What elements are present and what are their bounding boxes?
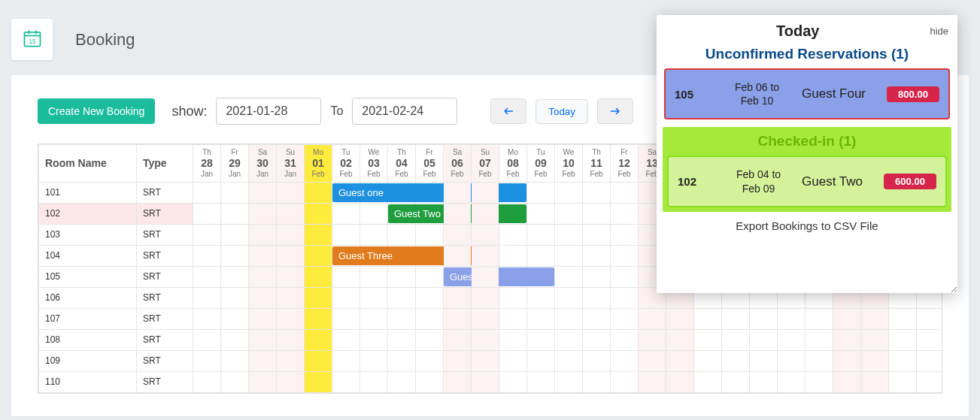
day-cell[interactable] xyxy=(193,287,221,308)
day-cell[interactable] xyxy=(499,245,527,266)
day-cell[interactable] xyxy=(249,203,277,224)
day-cell[interactable] xyxy=(221,203,249,224)
day-cell[interactable] xyxy=(360,308,388,329)
day-cell[interactable] xyxy=(277,329,305,350)
day-cell[interactable] xyxy=(527,182,555,203)
day-cell[interactable] xyxy=(305,224,332,245)
day-cell[interactable] xyxy=(527,350,555,371)
day-cell[interactable] xyxy=(555,371,583,392)
day-cell[interactable] xyxy=(249,266,277,287)
day-cell[interactable] xyxy=(472,329,499,350)
day-cell[interactable] xyxy=(444,245,472,266)
day-cell[interactable] xyxy=(861,350,889,371)
day-cell[interactable] xyxy=(332,308,360,329)
day-cell[interactable] xyxy=(444,287,472,308)
room-name-cell[interactable]: 103 xyxy=(39,224,137,245)
day-cell[interactable] xyxy=(249,224,277,245)
day-cell[interactable] xyxy=(221,329,249,350)
day-cell[interactable] xyxy=(249,371,277,392)
day-cell[interactable] xyxy=(277,287,305,308)
today-panel[interactable]: Today hide Unconfirmed Reservations (1) … xyxy=(657,15,957,293)
day-cell[interactable] xyxy=(778,308,806,329)
day-cell[interactable] xyxy=(666,308,694,329)
day-cell[interactable] xyxy=(249,329,277,350)
day-cell[interactable] xyxy=(332,329,360,350)
day-cell[interactable] xyxy=(472,308,499,329)
day-cell[interactable] xyxy=(778,371,806,392)
day-cell[interactable] xyxy=(666,371,694,392)
day-cell[interactable] xyxy=(332,224,360,245)
day-cell[interactable] xyxy=(555,266,583,287)
day-cell[interactable] xyxy=(833,371,861,392)
day-cell[interactable] xyxy=(917,350,943,371)
day-cell[interactable] xyxy=(472,287,499,308)
room-name-cell[interactable]: 104 xyxy=(39,245,137,266)
day-cell[interactable] xyxy=(611,371,639,392)
day-cell[interactable] xyxy=(555,287,583,308)
day-cell[interactable] xyxy=(666,350,694,371)
day-cell[interactable] xyxy=(472,371,499,392)
day-cell[interactable] xyxy=(444,203,472,224)
day-cell[interactable] xyxy=(277,245,305,266)
day-cell[interactable] xyxy=(444,308,472,329)
day-cell[interactable] xyxy=(416,245,444,266)
day-cell[interactable] xyxy=(889,371,917,392)
day-cell[interactable] xyxy=(305,266,332,287)
day-cell[interactable] xyxy=(221,224,249,245)
room-name-cell[interactable]: 106 xyxy=(39,287,137,308)
day-cell[interactable] xyxy=(305,371,332,392)
day-cell[interactable] xyxy=(555,245,583,266)
day-cell[interactable] xyxy=(722,350,750,371)
day-cell[interactable] xyxy=(499,266,527,287)
day-cell[interactable] xyxy=(360,182,388,203)
day-cell[interactable] xyxy=(889,350,917,371)
day-cell[interactable] xyxy=(583,203,611,224)
day-cell[interactable] xyxy=(833,329,861,350)
day-cell[interactable] xyxy=(332,203,360,224)
day-cell[interactable] xyxy=(861,329,889,350)
day-cell[interactable] xyxy=(499,287,527,308)
day-cell[interactable] xyxy=(221,266,249,287)
day-cell[interactable] xyxy=(388,224,416,245)
day-cell[interactable] xyxy=(388,329,416,350)
day-cell[interactable] xyxy=(249,350,277,371)
day-cell[interactable] xyxy=(750,350,778,371)
day-cell[interactable] xyxy=(249,287,277,308)
day-cell[interactable] xyxy=(472,266,499,287)
day-cell[interactable] xyxy=(611,266,639,287)
room-name-cell[interactable]: 105 xyxy=(39,266,137,287)
day-cell[interactable] xyxy=(305,182,332,203)
day-cell[interactable] xyxy=(611,224,639,245)
day-cell[interactable] xyxy=(555,329,583,350)
day-cell[interactable] xyxy=(277,182,305,203)
day-cell[interactable] xyxy=(360,224,388,245)
date-to-input[interactable] xyxy=(352,98,457,125)
day-cell[interactable] xyxy=(861,308,889,329)
day-cell[interactable] xyxy=(444,371,472,392)
day-cell[interactable] xyxy=(277,371,305,392)
day-cell[interactable] xyxy=(806,329,833,350)
day-cell[interactable] xyxy=(611,350,639,371)
day-cell[interactable] xyxy=(527,245,555,266)
room-name-cell[interactable]: 108 xyxy=(39,329,137,350)
next-button[interactable] xyxy=(597,98,633,124)
reservation-card[interactable]: 102Feb 04 toFeb 09Guest Two600.00 xyxy=(667,156,947,207)
day-cell[interactable] xyxy=(694,308,722,329)
day-cell[interactable] xyxy=(193,224,221,245)
day-cell[interactable] xyxy=(666,329,694,350)
day-cell[interactable] xyxy=(583,224,611,245)
day-cell[interactable] xyxy=(388,245,416,266)
create-booking-button[interactable]: Create New Booking xyxy=(38,98,155,124)
day-cell[interactable] xyxy=(249,245,277,266)
day-cell[interactable] xyxy=(277,266,305,287)
day-cell[interactable]: Guest one xyxy=(332,182,360,203)
day-cell[interactable] xyxy=(499,224,527,245)
day-cell[interactable]: Guest Three xyxy=(332,245,360,266)
room-name-cell[interactable]: 109 xyxy=(39,350,137,371)
day-cell[interactable] xyxy=(527,308,555,329)
day-cell[interactable] xyxy=(193,308,221,329)
date-from-input[interactable] xyxy=(216,98,321,125)
room-name-cell[interactable]: 101 xyxy=(39,182,137,203)
day-cell[interactable] xyxy=(694,371,722,392)
day-cell[interactable] xyxy=(193,350,221,371)
